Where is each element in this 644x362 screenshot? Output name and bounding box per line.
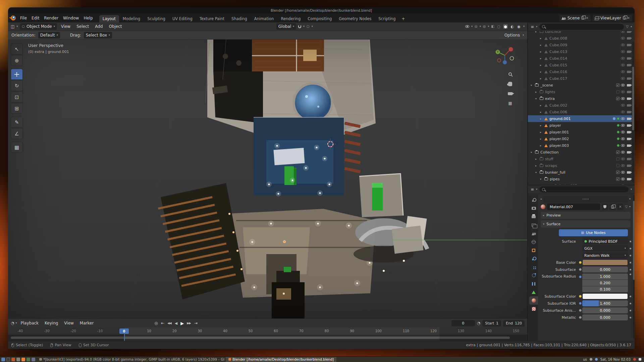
properties-search-input[interactable] — [539, 186, 629, 192]
disable-render-icon[interactable] — [627, 84, 631, 86]
timeline-editor-icon[interactable]: ◔ — [11, 321, 14, 325]
radius-x-field[interactable]: 1.000 — [582, 274, 628, 280]
camera-view-icon[interactable] — [506, 90, 514, 97]
menu-view[interactable]: View — [59, 24, 72, 29]
expand-icon[interactable]: ▸ — [540, 144, 543, 147]
next-keyframe-button[interactable]: ▶▶ — [187, 321, 191, 325]
start-frame-field[interactable]: Start 1 — [482, 320, 501, 326]
hide-eye-icon[interactable] — [621, 57, 625, 60]
current-frame-field[interactable]: 0 — [451, 320, 475, 326]
add-cube-tool[interactable]: ▦ — [11, 142, 23, 153]
outliner-row[interactable]: ▾bunker_full✓ — [528, 169, 632, 176]
hide-eye-icon[interactable] — [621, 131, 625, 133]
modifiers-tab-icon[interactable] — [529, 254, 538, 263]
radius-y-field[interactable]: 0.200 — [582, 280, 628, 286]
auto-key-icon[interactable]: ◎ — [154, 321, 157, 325]
notification-icon[interactable] — [633, 358, 636, 361]
transform-tool[interactable]: ⊞ — [11, 103, 23, 114]
decorator-dot[interactable] — [628, 317, 633, 318]
outliner-scrollbar[interactable] — [632, 41, 634, 183]
collection-checkbox[interactable] — [616, 90, 620, 94]
material-slot-list[interactable] — [543, 196, 628, 202]
decorator-dot[interactable] — [628, 269, 633, 270]
expand-icon[interactable]: ▸ — [545, 184, 547, 185]
surface-section-header[interactable]: ▾ Surface — [541, 221, 631, 228]
decorator-dot[interactable] — [628, 262, 633, 263]
tab-shading[interactable]: Shading — [228, 15, 251, 22]
proportional-editing-icon[interactable]: ○ — [307, 25, 310, 28]
object-tab-icon[interactable] — [529, 246, 538, 254]
collection-checkbox[interactable] — [616, 164, 620, 167]
outliner-search-input[interactable] — [539, 24, 624, 30]
tab-texture-paint[interactable]: Texture Paint — [196, 15, 228, 22]
tab-geometry-nodes[interactable]: Geometry Nodes — [335, 15, 375, 22]
disable-render-icon[interactable] — [627, 57, 631, 60]
outliner-row[interactable]: ▸Cube.016 — [528, 68, 632, 75]
outliner-row[interactable]: ▸Cylinder.093 — [528, 182, 632, 185]
outliner-row[interactable]: ▸Cube.009 — [528, 42, 632, 48]
menu-marker[interactable]: Marker — [77, 321, 96, 325]
hide-eye-icon[interactable] — [621, 104, 625, 107]
disable-render-icon[interactable] — [627, 165, 631, 167]
outliner-row[interactable]: ▸lights — [528, 88, 632, 95]
menu-help[interactable]: Help — [81, 16, 95, 20]
hide-eye-icon[interactable] — [621, 164, 625, 167]
shading-solid-icon[interactable]: ● — [503, 24, 508, 29]
annotate-tool[interactable]: ✎ — [11, 117, 23, 128]
tab-modeling[interactable]: Modeling — [119, 15, 144, 22]
shading-material-icon[interactable]: ◐ — [510, 24, 515, 29]
taskbar-window-gimp[interactable]: *[bunkerlit3] (exported)-94.0 (RGB color… — [37, 357, 224, 362]
unlink-scene-icon[interactable]: × — [586, 16, 588, 20]
outliner-row-selected[interactable]: ▸ground.001 — [528, 115, 632, 122]
timeline-scrollbar[interactable] — [11, 337, 510, 339]
disable-render-icon[interactable] — [627, 91, 631, 93]
decorator-dot[interactable] — [628, 255, 633, 256]
outliner-row[interactable]: ▸stuff — [528, 156, 632, 162]
tab-animation[interactable]: Animation — [251, 15, 277, 22]
collection-checkbox[interactable]: ✓ — [616, 171, 620, 174]
outliner-row[interactable]: ▸player.003 — [528, 142, 632, 149]
outliner-row[interactable]: ▸Cube.008 — [528, 35, 632, 42]
files-icon[interactable] — [26, 358, 30, 361]
new-viewlayer-icon[interactable] — [623, 16, 626, 19]
collapse-icon[interactable]: ▾ — [531, 151, 533, 154]
visibility-icon[interactable] — [465, 25, 469, 28]
end-frame-field[interactable]: End 120 — [503, 320, 525, 326]
transform-orientation-dropdown[interactable]: Global ▾ — [276, 23, 296, 30]
expand-icon[interactable]: ▸ — [540, 50, 543, 53]
viewlayer-selector[interactable]: ViewLayer × — [593, 15, 632, 21]
disable-render-icon[interactable] — [627, 124, 631, 127]
disable-render-icon[interactable] — [627, 185, 631, 185]
properties-editor-icon[interactable]: ≡ — [531, 187, 534, 192]
tray-icon[interactable] — [639, 358, 641, 361]
blender-icon[interactable] — [21, 358, 25, 361]
material-sphere-icon[interactable] — [541, 204, 545, 209]
expand-icon[interactable]: ▸ — [540, 77, 543, 80]
properties-scrollbar[interactable] — [633, 195, 635, 339]
menu-select[interactable]: Select — [74, 24, 91, 29]
outliner-row[interactable]: ▸scraps — [528, 162, 632, 169]
distribution-dropdown[interactable]: GGX▾ — [582, 245, 628, 251]
menu-object[interactable]: Object — [107, 24, 124, 29]
collection-checkbox[interactable]: ✓ — [616, 83, 620, 87]
expand-icon[interactable]: ▸ — [540, 44, 543, 47]
expand-icon[interactable]: ▸ — [540, 131, 543, 134]
expand-icon[interactable]: ▸ — [540, 64, 543, 67]
disable-render-icon[interactable] — [627, 51, 631, 53]
drag-dropdown[interactable]: Select Box ▾ — [84, 32, 112, 39]
outliner-row[interactable]: ▾_scene✓ — [528, 82, 632, 88]
frame-ruler[interactable]: -40 -30 -20 -10 0 10 20 30 40 50 60 70 8… — [8, 327, 527, 335]
outliner-row[interactable]: ▸player.002 — [528, 135, 632, 142]
expand-icon[interactable]: ▸ — [535, 31, 538, 33]
collapse-icon[interactable]: ▾ — [535, 171, 538, 174]
expand-icon[interactable]: ▸ — [535, 158, 538, 161]
hide-eye-icon[interactable] — [621, 31, 625, 33]
hide-eye-icon[interactable] — [621, 151, 625, 154]
new-scene-icon[interactable] — [581, 16, 584, 19]
timeline-track[interactable] — [8, 335, 527, 341]
expand-icon[interactable]: ▸ — [540, 37, 543, 40]
particles-tab-icon[interactable] — [529, 263, 538, 271]
menu-file[interactable]: File — [18, 16, 29, 20]
disable-render-icon[interactable] — [627, 158, 631, 160]
disable-render-icon[interactable] — [627, 64, 631, 66]
